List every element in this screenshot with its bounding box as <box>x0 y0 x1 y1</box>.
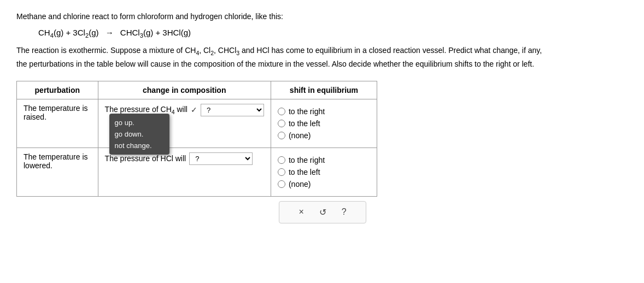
radio-item-right-1[interactable]: to the right <box>278 107 370 116</box>
radio-item-left-2[interactable]: to the left <box>278 168 370 176</box>
popup-option-not-change[interactable]: not change. <box>115 140 164 151</box>
radio-group-2: to the right to the left (none) <box>278 152 370 192</box>
main-table: perturbation change in composition shift… <box>16 81 377 197</box>
equilibrium-cell-2: to the right to the left (none) <box>271 148 377 196</box>
radio-label-right-1: to the right <box>289 107 325 116</box>
composition-cell-2: The pressure of HCl will ? go up. go dow… <box>98 148 271 196</box>
perturbation-cell-2: The temperature islowered. <box>17 148 98 196</box>
header-composition: change in composition <box>98 81 271 99</box>
equation: CH4(g) + 3Cl2(g) → CHCl3(g) + 3HCl(g) <box>38 28 628 39</box>
composition-dropdown-2[interactable]: ? go up. go down. not change. <box>189 152 253 165</box>
reset-button[interactable]: ↺ <box>318 206 327 219</box>
radio-item-none-1[interactable]: (none) <box>278 131 370 140</box>
radio-item-none-2[interactable]: (none) <box>278 180 370 188</box>
radio-left-2[interactable] <box>278 168 285 176</box>
description-text: The reaction is exothermic. Suppose a mi… <box>16 44 628 70</box>
radio-none-2[interactable] <box>278 180 285 188</box>
radio-right-1[interactable] <box>278 108 285 115</box>
radio-label-left-1: to the left <box>289 119 320 128</box>
header-equilibrium: shift in equilibrium <box>271 81 377 99</box>
dropdown-popup-1: go up. go down. not change. <box>109 114 169 155</box>
radio-left-1[interactable] <box>278 120 285 127</box>
radio-item-right-2[interactable]: to the right <box>278 156 370 164</box>
equation-left: CH4(g) + 3Cl2(g) <box>38 28 98 37</box>
equation-right: CHCl3(g) + 3HCl(g) <box>120 28 191 37</box>
popup-option-go-down[interactable]: go down. <box>115 128 164 140</box>
help-button[interactable]: ? <box>341 206 348 218</box>
second-dropdown-wrapper: ? go up. go down. not change. <box>189 152 253 165</box>
perturbation-text-1: The temperature is raised. <box>24 104 88 121</box>
intro-line1: Methane and chlorine react to form chlor… <box>16 11 628 22</box>
table-row: The temperature is raised. The pressure … <box>17 99 377 148</box>
composition-dropdown-1[interactable]: ? go up. go down. not change. <box>201 104 264 116</box>
radio-none-1[interactable] <box>278 132 285 139</box>
radio-group-1: to the right to the left (none) <box>278 104 370 143</box>
equilibrium-cell-1: to the right to the left (none) <box>271 99 377 148</box>
radio-item-left-1[interactable]: to the left <box>278 119 370 128</box>
check-icon-1: ✓ <box>191 105 197 114</box>
perturbation-cell-1: The temperature is raised. <box>17 99 98 148</box>
header-perturbation: perturbation <box>17 81 98 99</box>
perturbation-text-2: The temperature islowered. <box>24 152 88 170</box>
radio-label-left-2: to the left <box>289 168 320 176</box>
table-row: The temperature islowered. The pressure … <box>17 148 377 196</box>
close-button[interactable]: × <box>297 206 305 218</box>
popup-option-go-up[interactable]: go up. <box>115 117 164 128</box>
radio-label-right-2: to the right <box>289 156 325 164</box>
bottom-toolbar: × ↺ ? <box>279 201 366 223</box>
composition-label-2: The pressure of HCl will <box>105 154 186 163</box>
radio-label-none-1: (none) <box>289 131 311 140</box>
composition-cell-1: The pressure of CH4 will ✓ ? go up. go d… <box>98 99 271 148</box>
radio-label-none-2: (none) <box>289 180 311 188</box>
radio-right-2[interactable] <box>278 156 285 164</box>
equation-arrow: → <box>106 28 114 37</box>
